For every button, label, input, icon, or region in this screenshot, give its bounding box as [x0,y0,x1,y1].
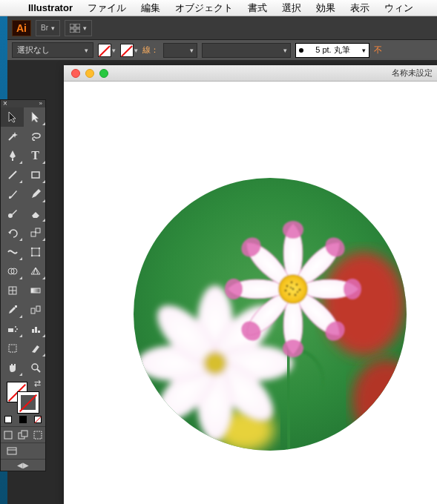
svg-rect-65 [38,331,40,333]
menu-file[interactable]: ファイル [80,1,134,15]
svg-point-60 [15,326,16,328]
chevron-down-icon: ▾ [362,47,366,54]
fill-stroke-control[interactable]: ⇄ [1,377,45,413]
tools-panel[interactable]: × » T ⇄ [0,99,46,471]
svg-line-68 [37,369,40,372]
app-menu[interactable]: Illustrator [21,2,80,13]
svg-rect-38 [32,172,39,178]
app-bar: Ai Br ▾ ▾ [7,16,437,40]
paintbrush-tool[interactable] [1,185,24,204]
gradient-mode-button[interactable] [16,413,30,426]
gradient-tool[interactable] [24,281,47,300]
window-titlebar[interactable]: 名称未設定 [64,65,437,82]
flyout-indicator-icon [42,334,45,337]
svg-point-31 [289,294,291,296]
fill-swatch-none-icon [98,44,111,57]
svg-rect-63 [32,329,34,333]
svg-point-47 [38,255,39,256]
tools-panel-header[interactable]: × » [1,100,45,107]
flyout-indicator-icon [19,257,22,260]
stroke-indicator[interactable] [18,392,39,413]
bridge-label: Br [41,24,48,32]
swap-fill-stroke-icon[interactable]: ⇄ [34,379,41,388]
clipped-image-circle[interactable] [134,178,407,451]
blob-brush-tool[interactable] [1,204,24,223]
stroke-swatch-none-icon [120,44,134,57]
lasso-tool[interactable] [24,127,47,146]
brush-dot-icon [299,48,303,53]
chevron-down-icon: ▾ [190,47,194,54]
svg-point-32 [285,290,287,292]
mesh-tool[interactable] [1,281,24,300]
svg-point-17 [283,221,303,239]
svg-point-46 [30,255,32,256]
arrange-documents-button[interactable]: ▾ [65,20,92,36]
svg-rect-59 [8,328,13,332]
svg-point-45 [38,248,39,249]
zoom-tool[interactable] [24,358,47,377]
svg-rect-0 [70,24,74,27]
macos-menubar: Illustrator ファイル 編集 オブジェクト 書式 選択 効果 表示 ウ… [0,0,437,16]
svg-point-27 [291,282,293,284]
chevron-down-icon: ▾ [85,47,88,54]
screen-mode-button[interactable] [1,443,23,459]
selection-tool[interactable] [1,107,24,127]
fill-swatch-dropdown[interactable]: ▾ [98,44,116,57]
brush-label: 5 pt. 丸筆 [315,44,349,56]
svg-rect-1 [76,24,80,27]
zoom-window-button[interactable] [99,69,108,78]
selection-status-dropdown[interactable]: 選択なし ▾ [12,42,93,58]
collapse-panel-button[interactable]: ◀▶ [1,459,45,471]
svg-point-23 [225,279,243,299]
flyout-indicator-icon [19,334,22,337]
blend-tool[interactable] [24,300,47,319]
chevron-down-icon: ▾ [51,24,55,32]
artboard-canvas[interactable] [64,82,437,504]
chevron-right-icon[interactable]: » [39,100,42,107]
draw-inside-button[interactable] [30,427,45,442]
svg-rect-56 [15,305,17,308]
menu-window[interactable]: ウィン [377,1,421,15]
black-swatch-icon [19,416,27,423]
variable-width-profile-dropdown[interactable]: ▾ [202,43,291,58]
minimize-window-button[interactable] [85,69,94,78]
svg-point-30 [295,294,297,296]
svg-point-28 [296,284,298,286]
menu-select[interactable]: 選択 [275,1,309,15]
grid-icon [70,24,80,33]
stroke-weight-field[interactable]: ▾ [163,43,197,58]
svg-rect-2 [70,29,74,33]
chevron-down-icon: ▾ [83,24,87,32]
svg-rect-57 [31,308,35,314]
color-mode-button[interactable] [1,413,16,426]
chevron-down-icon: ▾ [134,47,138,54]
svg-point-61 [16,328,18,330]
stroke-label[interactable]: 線： [142,44,159,56]
svg-rect-58 [36,306,40,311]
svg-point-35 [290,287,292,288]
svg-point-44 [30,248,32,249]
menu-object[interactable]: オブジェクト [168,1,240,15]
svg-rect-36 [12,159,13,161]
flyout-indicator-icon [42,180,45,183]
close-window-button[interactable] [71,69,80,78]
menu-edit[interactable]: 編集 [134,1,168,15]
menu-type[interactable]: 書式 [240,1,275,15]
svg-point-67 [32,364,38,370]
svg-point-21 [283,339,303,357]
draw-normal-button[interactable] [1,427,16,442]
draw-behind-button[interactable] [16,427,30,442]
stroke-swatch-dropdown[interactable]: ▾ [120,44,138,57]
free-transform-tool[interactable] [24,242,47,262]
bridge-button[interactable]: Br ▾ [36,20,60,36]
magic-wand-tool[interactable] [1,127,24,146]
menu-view[interactable]: 表示 [343,1,377,15]
brush-definition-dropdown[interactable]: 5 pt. 丸筆 ▾ [295,43,369,58]
close-icon[interactable]: × [3,99,7,107]
menu-effect[interactable]: 効果 [309,1,343,15]
none-mode-button[interactable] [30,413,45,426]
svg-point-33 [292,288,295,291]
flyout-indicator-icon [42,122,45,125]
artboard-tool[interactable] [1,339,24,358]
opacity-label[interactable]: 不 [374,44,382,56]
